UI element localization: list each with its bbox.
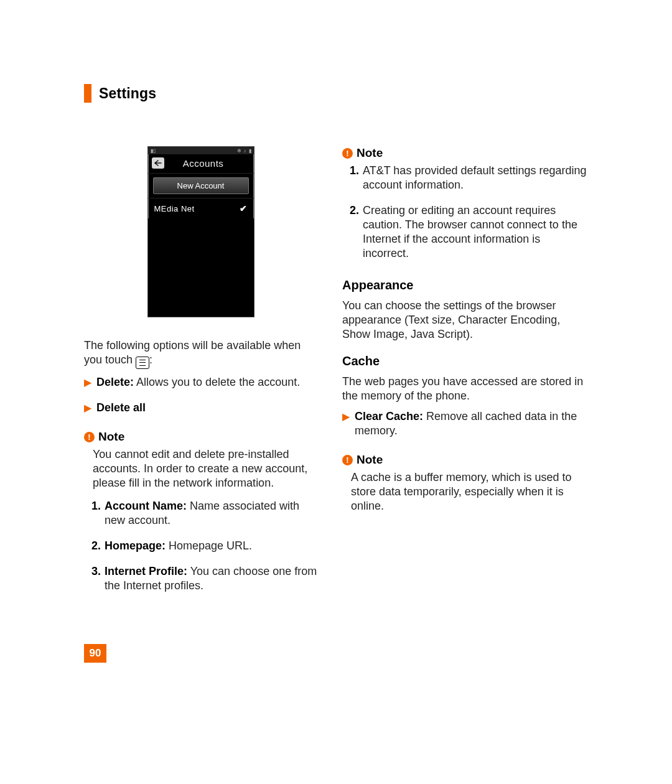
- field-2-desc: Homepage URL.: [166, 539, 252, 552]
- note-icon: !: [342, 455, 353, 465]
- option-delete: ▶ Delete: Allows you to delete the accou…: [84, 375, 317, 394]
- option-delete-body: Delete: Allows you to delete the account…: [96, 375, 300, 390]
- left-column: ▮▯ ✻ ♪ ▮ Accounts New Account: [84, 146, 317, 607]
- appearance-body: You can choose the settings of the brows…: [342, 299, 588, 342]
- note-2-list: 1. AT&T has provided default settings re…: [350, 164, 588, 266]
- note-1-body: You cannot edit and delete pre-installed…: [93, 447, 317, 490]
- note-icon: !: [342, 148, 353, 159]
- clear-cache-label: Clear Cache:: [355, 410, 423, 422]
- field-account-name: 1. Account Name: Name associated with ne…: [91, 499, 317, 533]
- note-2-item-1-num: 1.: [350, 164, 359, 197]
- section-title: Settings: [99, 85, 156, 102]
- field-1-num: 1.: [91, 499, 101, 533]
- note-3-title: Note: [357, 453, 383, 467]
- intro-post: :: [149, 353, 152, 366]
- option-clear-cache: ▶ Clear Cache: Remove all cached data in…: [342, 409, 588, 443]
- option-delete-all-body: Delete all: [96, 401, 146, 415]
- field-2-label: Homepage:: [105, 539, 166, 552]
- option-delete-label: Delete:: [96, 376, 134, 388]
- menu-icon: [136, 357, 149, 369]
- battery-icon: ▮: [249, 148, 251, 154]
- note-icon: !: [84, 432, 95, 442]
- field-3-label: Internet Profile:: [105, 565, 187, 577]
- note-2-item-1-text: AT&T has provided default settings regar…: [363, 164, 588, 192]
- note-3-header: ! Note: [342, 453, 588, 467]
- note-2-item-2-text: Creating or editing an account requires …: [363, 203, 588, 261]
- bluetooth-icon: ✻: [237, 148, 241, 154]
- field-3-body: Internet Profile: You can choose one fro…: [105, 564, 317, 593]
- phone-titlebar: Accounts: [148, 154, 254, 174]
- right-column: ! Note 1. AT&T has provided default sett…: [342, 146, 588, 607]
- header-accent-bar: [84, 84, 91, 103]
- sound-icon: ♪: [244, 148, 246, 154]
- triangle-bullet-icon: ▶: [342, 411, 350, 443]
- phone-frame: ▮▯ ✻ ♪ ▮ Accounts New Account: [147, 146, 254, 317]
- manual-page: Settings ▮▯ ✻ ♪ ▮: [0, 0, 672, 784]
- note-2-title: Note: [357, 146, 383, 160]
- appearance-heading: Appearance: [342, 278, 588, 292]
- two-column-layout: ▮▯ ✻ ♪ ▮ Accounts New Account: [84, 146, 597, 607]
- account-entry-row: MEdia Net ✔: [148, 198, 254, 218]
- field-homepage: 2. Homepage: Homepage URL.: [91, 539, 317, 558]
- option-clear-cache-body: Clear Cache: Remove all cached data in t…: [355, 409, 588, 438]
- field-1-label: Account Name:: [105, 500, 187, 512]
- note-2-item-1: 1. AT&T has provided default settings re…: [350, 164, 588, 197]
- account-entry-label: MEdia Net: [154, 204, 195, 213]
- option-delete-desc: Allows you to delete the account.: [134, 376, 300, 388]
- checkmark-icon: ✔: [240, 203, 248, 213]
- field-3-num: 3.: [91, 564, 101, 598]
- account-fields-list: 1. Account Name: Name associated with ne…: [91, 499, 317, 598]
- phone-statusbar: ▮▯ ✻ ♪ ▮: [148, 147, 254, 154]
- section-header: Settings: [84, 84, 597, 103]
- cache-heading: Cache: [342, 354, 588, 368]
- signal-icon: ▮▯: [151, 148, 156, 154]
- phone-screen-title: Accounts: [157, 158, 250, 169]
- phone-body-empty: [148, 218, 254, 317]
- intro-pre: The following options will be available …: [84, 339, 301, 366]
- cache-body: The web pages you have accessed are stor…: [342, 375, 588, 403]
- note-2-item-2: 2. Creating or editing an account requir…: [350, 203, 588, 266]
- field-2-num: 2.: [91, 539, 101, 558]
- note-2-item-2-num: 2.: [350, 203, 359, 266]
- note-3-body: A cache is a buffer memory, which is use…: [351, 470, 588, 513]
- option-delete-all-label: Delete all: [96, 401, 146, 414]
- new-account-button: New Account: [153, 177, 249, 194]
- cache-options-list: ▶ Clear Cache: Remove all cached data in…: [342, 409, 588, 443]
- phone-screenshot: ▮▯ ✻ ♪ ▮ Accounts New Account: [84, 146, 317, 317]
- note-1-header: ! Note: [84, 430, 317, 444]
- triangle-bullet-icon: ▶: [84, 402, 91, 420]
- field-1-body: Account Name: Name associated with new a…: [105, 499, 317, 528]
- note-1-title: Note: [98, 430, 124, 444]
- option-delete-all: ▶ Delete all: [84, 401, 317, 420]
- triangle-bullet-icon: ▶: [84, 376, 91, 394]
- field-internet-profile: 3. Internet Profile: You can choose one …: [91, 564, 317, 598]
- intro-text: The following options will be available …: [84, 338, 317, 369]
- note-2-header: ! Note: [342, 146, 588, 160]
- field-2-body: Homepage: Homepage URL.: [105, 539, 317, 553]
- page-number-badge: 90: [84, 644, 106, 663]
- options-list: ▶ Delete: Allows you to delete the accou…: [84, 375, 317, 420]
